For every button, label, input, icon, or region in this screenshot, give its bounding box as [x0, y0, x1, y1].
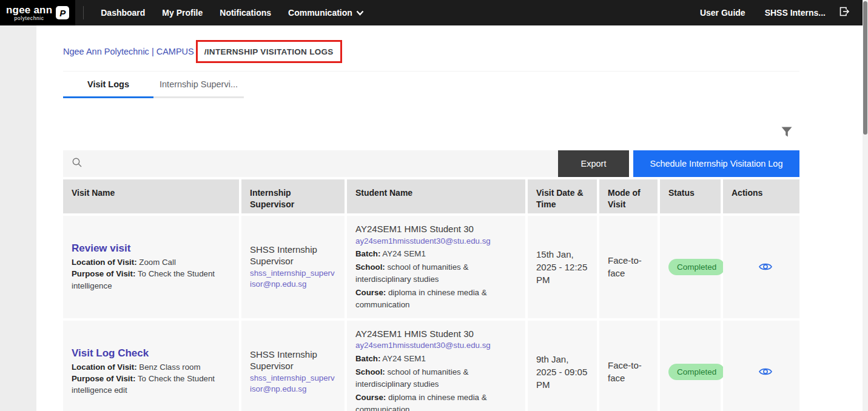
table-toolbar: Export Schedule Internship Visitation Lo… — [63, 150, 799, 177]
location-label: Location of Visit: — [72, 363, 137, 372]
cell-student: AY24SEM1 HMIS Student 30 ay24sem1hmisstu… — [347, 321, 525, 411]
logout-button[interactable] — [836, 6, 852, 19]
batch-value: AY24 SEM1 — [382, 249, 425, 258]
student-batch: Batch: AY24 SEM1 — [355, 353, 517, 365]
supervisor-email-link[interactable]: shss_internship_supervisor@np.edu.sg — [250, 373, 336, 395]
search-icon — [72, 157, 82, 170]
tab-bar: Visit Logs Internship Supervi... — [63, 71, 799, 98]
table-row: Visit Log Check Location of Visit: Benz … — [63, 321, 799, 411]
status-badge: Completed — [668, 259, 725, 275]
tab-visit-logs[interactable]: Visit Logs — [63, 72, 153, 98]
student-name: AY24SEM1 HMIS Student 30 — [355, 328, 517, 340]
main-content: Ngee Ann Polytechnic | CAMPUS /INTERNSHI… — [36, 25, 863, 411]
nav-dashboard[interactable]: Dashboard — [92, 0, 153, 25]
cell-actions — [723, 216, 799, 318]
nav-account-menu[interactable]: SHSS Interns... — [756, 0, 834, 25]
header-visit-name: Visit Name — [63, 179, 239, 213]
chevron-down-icon — [356, 8, 364, 18]
batch-label: Batch: — [355, 354, 380, 363]
supervisor-name: SHSS Internship Supervisor — [250, 244, 336, 267]
header-student-name: Student Name — [347, 179, 525, 213]
nav-my-profile[interactable]: My Profile — [153, 0, 211, 25]
breadcrumb-current: /INTERNSHIP VISITATION LOGS — [204, 47, 334, 56]
nav-communication-label: Communication — [288, 8, 352, 18]
annotation-red-box: /INTERNSHIP VISITATION LOGS — [196, 40, 342, 63]
table-row: Review visit Location of Visit: Zoom Cal… — [63, 216, 799, 318]
tab-internship-supervisor[interactable]: Internship Supervi... — [153, 72, 244, 98]
header-actions: Actions — [723, 179, 799, 213]
cell-visit-datetime: 15th Jan, 2025 - 12:25 PM — [528, 216, 597, 318]
nav-notifications[interactable]: Notifications — [211, 0, 280, 25]
header-visit-date-time: Visit Date & Time — [528, 179, 597, 213]
table-header-row: Visit Name Internship Supervisor Student… — [63, 179, 799, 213]
view-button[interactable] — [758, 366, 773, 377]
visit-purpose: Purpose of Visit: To Check the Student i… — [72, 373, 230, 396]
cell-supervisor: SHSS Internship Supervisor shss_internsh… — [241, 216, 345, 318]
logout-icon — [839, 6, 850, 19]
page-scrollbar[interactable] — [863, 0, 868, 411]
cell-status: Completed — [660, 321, 721, 411]
visit-datetime: 9th Jan, 2025 - 09:05 PM — [536, 353, 588, 391]
cell-actions — [723, 321, 799, 411]
top-navigation-bar: ngee ann polytechnic P Dashboard My Prof… — [0, 0, 868, 25]
location-label: Location of Visit: — [72, 258, 137, 267]
search-input[interactable] — [89, 159, 550, 169]
cell-mode-of-visit: Face-to-face — [599, 216, 658, 318]
logo-text: ngee ann polytechnic — [6, 5, 52, 21]
student-email-link[interactable]: ay24sem1hmisstudent30@stu.edu.sg — [355, 236, 517, 247]
header-mode-of-visit: Mode of Visit — [599, 179, 658, 213]
nav-user-guide[interactable]: User Guide — [691, 0, 754, 25]
student-course: Course: diploma in chinese media & commu… — [355, 287, 517, 311]
ngee-ann-logo[interactable]: ngee ann polytechnic P — [0, 0, 75, 25]
purpose-label: Purpose of Visit: — [72, 269, 135, 278]
student-batch: Batch: AY24 SEM1 — [355, 248, 517, 260]
logo-line2: polytechnic — [6, 16, 52, 21]
visit-purpose: Purpose of Visit: To Check the Student i… — [72, 268, 230, 292]
mode-of-visit: Face-to-face — [608, 359, 649, 384]
supervisor-email-link[interactable]: shss_internship_supervisor@np.edu.sg — [250, 268, 336, 290]
status-badge: Completed — [668, 364, 725, 380]
breadcrumb: Ngee Ann Polytechnic | CAMPUS /INTERNSHI… — [63, 40, 799, 63]
nav-my-profile-label: My Profile — [162, 8, 203, 18]
primary-nav: Dashboard My Profile Notifications Commu… — [92, 0, 372, 25]
nav-communication[interactable]: Communication — [280, 0, 372, 25]
search-box[interactable] — [63, 150, 558, 177]
nav-account-label: SHSS Interns... — [765, 8, 826, 18]
cell-visit-datetime: 9th Jan, 2025 - 09:05 PM — [528, 321, 597, 411]
cell-mode-of-visit: Face-to-face — [599, 321, 658, 411]
nav-notifications-label: Notifications — [220, 8, 271, 18]
header-internship-supervisor: Internship Supervisor — [241, 179, 345, 213]
nav-user-guide-label: User Guide — [700, 8, 745, 18]
student-school: School: school of humanities & interdisc… — [355, 261, 517, 286]
student-name: AY24SEM1 HMIS Student 30 — [355, 223, 517, 235]
cell-status: Completed — [660, 216, 721, 318]
filter-row — [63, 125, 799, 139]
header-status: Status — [660, 179, 721, 213]
location-value: Benz Class room — [139, 363, 200, 372]
course-label: Course: — [355, 288, 386, 297]
visit-name-link[interactable]: Visit Log Check — [72, 347, 230, 359]
breadcrumb-root-link[interactable]: Ngee Ann Polytechnic | CAMPUS — [63, 47, 194, 56]
student-email-link[interactable]: ay24sem1hmisstudent30@stu.edu.sg — [355, 340, 517, 352]
export-button[interactable]: Export — [558, 150, 629, 177]
filter-icon[interactable] — [780, 125, 793, 139]
visit-name-link[interactable]: Review visit — [72, 242, 230, 255]
batch-value: AY24 SEM1 — [382, 354, 425, 363]
visit-datetime: 15th Jan, 2025 - 12:25 PM — [536, 248, 588, 286]
view-button[interactable] — [758, 261, 773, 272]
cell-student: AY24SEM1 HMIS Student 30 ay24sem1hmisstu… — [347, 216, 525, 318]
topbar-divider — [83, 6, 84, 19]
cell-visit-name: Visit Log Check Location of Visit: Benz … — [63, 321, 239, 411]
visit-location: Location of Visit: Benz Class room — [72, 361, 230, 373]
scrollbar-thumb[interactable] — [863, 1, 867, 135]
schedule-visitation-log-button[interactable]: Schedule Internship Visitation Log — [633, 150, 799, 177]
batch-label: Batch: — [355, 249, 380, 258]
location-value: Zoom Call — [139, 258, 176, 267]
supervisor-name: SHSS Internship Supervisor — [250, 349, 336, 372]
student-course: Course: diploma in chinese media & commu… — [355, 392, 517, 411]
cell-supervisor: SHSS Internship Supervisor shss_internsh… — [241, 321, 345, 411]
nav-dashboard-label: Dashboard — [101, 8, 145, 18]
logo-line1: ngee ann — [6, 5, 52, 15]
school-label: School: — [355, 262, 385, 272]
school-label: School: — [355, 367, 385, 376]
